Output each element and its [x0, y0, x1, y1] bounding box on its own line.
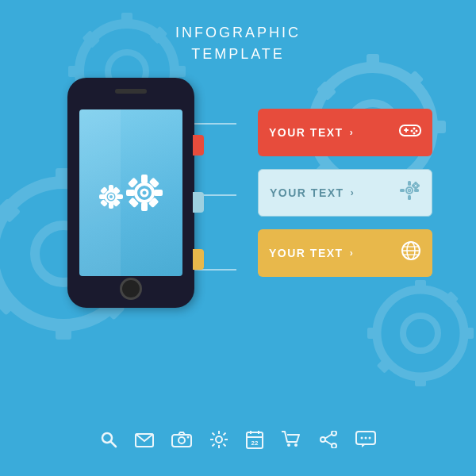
svg-line-85: [111, 442, 116, 447]
svg-point-67: [413, 132, 416, 135]
cart-icon[interactable]: [281, 431, 301, 453]
camera-icon[interactable]: [171, 432, 192, 452]
svg-point-88: [178, 437, 185, 443]
side-tab-teal: [193, 192, 204, 213]
card-yellow-label-group: YOUR TEXT ›: [269, 247, 354, 259]
phone-body: [67, 78, 194, 308]
main-container: INFOGRAPHIC TEMPLATE: [0, 0, 476, 476]
svg-point-108: [321, 437, 325, 442]
chat-icon[interactable]: [355, 431, 376, 453]
svg-rect-77: [412, 185, 415, 187]
svg-point-104: [287, 443, 290, 447]
svg-rect-44: [109, 202, 113, 209]
svg-point-52: [141, 190, 148, 196]
side-tab-red: [193, 135, 204, 155]
info-cards: YOUR TEXT ›: [258, 109, 432, 277]
gamepad-icon: [399, 122, 421, 143]
mail-icon[interactable]: [135, 432, 154, 452]
svg-rect-54: [141, 202, 148, 211]
infographic-title: INFOGRAPHIC TEMPLATE: [175, 22, 301, 65]
svg-line-98: [213, 444, 215, 447]
card-yellow-chevron: ›: [350, 248, 355, 259]
svg-point-106: [332, 431, 336, 436]
svg-rect-53: [141, 175, 148, 183]
svg-point-66: [411, 130, 413, 132]
phone-screen: [79, 109, 182, 276]
svg-rect-76: [415, 186, 417, 190]
search-icon[interactable]: [100, 431, 117, 453]
svg-line-97: [224, 433, 226, 436]
card-teal-text: YOUR TEXT: [270, 186, 344, 199]
svg-point-65: [416, 130, 418, 132]
screen-gears: [97, 172, 165, 213]
svg-rect-46: [117, 194, 123, 199]
card-gaming[interactable]: YOUR TEXT ›: [258, 109, 432, 156]
title-line2: TEMPLATE: [175, 44, 301, 65]
svg-line-96: [224, 444, 226, 447]
calendar-icon[interactable]: 22: [246, 430, 263, 454]
card-red-chevron: ›: [350, 127, 355, 138]
svg-point-105: [294, 443, 298, 447]
svg-rect-43: [109, 185, 113, 191]
settings-gear-icon: [398, 179, 420, 206]
card-red-label-group: YOUR TEXT ›: [269, 126, 354, 139]
svg-rect-70: [408, 181, 411, 186]
globe-icon: [401, 240, 421, 266]
share-icon[interactable]: [319, 431, 338, 453]
svg-rect-56: [154, 190, 163, 196]
card-teal-label-group: YOUR TEXT ›: [270, 186, 355, 199]
svg-point-64: [413, 128, 416, 130]
title-line1: INFOGRAPHIC: [175, 22, 301, 44]
svg-point-41: [106, 191, 117, 202]
card-web[interactable]: YOUR TEXT ›: [258, 229, 432, 277]
bottom-icon-bar: 22: [100, 430, 376, 454]
svg-rect-55: [126, 190, 135, 196]
svg-point-114: [369, 437, 371, 440]
svg-point-107: [332, 443, 336, 448]
svg-point-112: [361, 437, 363, 440]
svg-rect-78: [416, 185, 420, 187]
svg-line-109: [325, 435, 332, 439]
svg-rect-63: [405, 128, 407, 132]
svg-rect-75: [415, 182, 417, 185]
card-settings[interactable]: YOUR TEXT ›: [258, 169, 432, 217]
svg-point-68: [406, 187, 413, 194]
main-content-area: YOUR TEXT ›: [0, 78, 476, 308]
phone-home-button: [120, 278, 142, 300]
card-red-text: YOUR TEXT: [269, 126, 344, 139]
settings-sun-icon[interactable]: [209, 430, 228, 454]
small-gear-icon: [97, 182, 125, 211]
card-teal-chevron: ›: [351, 187, 355, 198]
svg-line-95: [213, 433, 215, 436]
svg-text:22: 22: [251, 440, 259, 447]
svg-point-89: [187, 436, 190, 439]
phone-speaker: [115, 89, 147, 94]
card-yellow-text: YOUR TEXT: [269, 247, 344, 259]
svg-rect-71: [408, 195, 411, 200]
svg-point-69: [409, 190, 411, 192]
phone-mockup: [67, 78, 194, 308]
svg-point-90: [216, 436, 222, 443]
svg-point-42: [109, 194, 113, 199]
large-gear-icon: [124, 172, 165, 213]
svg-rect-45: [99, 194, 106, 199]
svg-line-110: [325, 441, 332, 445]
svg-point-51: [136, 184, 153, 202]
svg-rect-72: [400, 189, 405, 192]
side-tab-yellow: [193, 249, 204, 270]
svg-point-113: [365, 437, 367, 440]
